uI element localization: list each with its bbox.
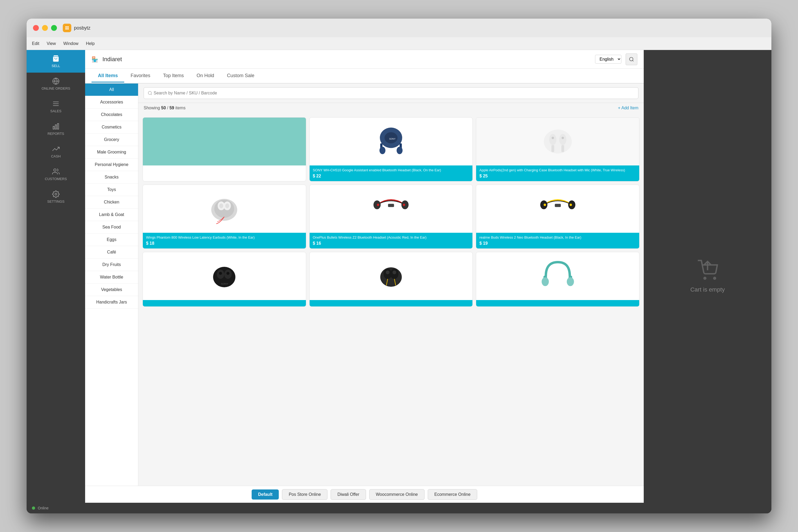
- language-select[interactable]: English: [595, 55, 621, 63]
- product-price-5: $ 19: [479, 241, 636, 246]
- category-chocolates[interactable]: Chocolates: [85, 109, 138, 121]
- product-image-6: SONY: [143, 252, 306, 300]
- product-image-5: [476, 185, 639, 233]
- main-content: SELL ONLINE ORDERS: [26, 50, 772, 503]
- product-image-4: [310, 185, 473, 233]
- category-snacks[interactable]: Snacks: [85, 171, 138, 184]
- svg-rect-41: [388, 204, 394, 207]
- product-price-3: $ 18: [146, 241, 303, 246]
- sidebar-item-cash[interactable]: CASH: [26, 140, 85, 163]
- header-search-button[interactable]: [626, 54, 637, 65]
- svg-point-29: [559, 134, 566, 145]
- product-card-4[interactable]: OnePlus Bullets Wireless Z2 Bluetooth He…: [309, 185, 473, 249]
- bottom-tab-default[interactable]: Default: [252, 490, 279, 499]
- svg-point-55: [380, 267, 402, 287]
- category-handicrafts-jars[interactable]: Handicrafts Jars: [85, 296, 138, 308]
- product-card-2[interactable]: Apple AirPods(2nd gen) with Charging Cas…: [476, 117, 640, 182]
- category-sea-food[interactable]: Sea Food: [85, 221, 138, 233]
- tab-top-items[interactable]: Top Items: [157, 70, 190, 82]
- tab-on-hold[interactable]: On Hold: [190, 70, 221, 82]
- items-area: All Accessories Chocolates Cosmetics Gro…: [85, 83, 644, 486]
- sidebar-item-reports[interactable]: REPORTS: [26, 118, 85, 140]
- search-box: [144, 87, 639, 99]
- menu-window[interactable]: Window: [63, 41, 78, 46]
- svg-point-27: [549, 134, 556, 145]
- category-vegetables[interactable]: Vegetables: [85, 284, 138, 296]
- svg-rect-28: [551, 145, 554, 152]
- minimize-button[interactable]: [42, 25, 48, 31]
- sidebar-item-sales[interactable]: SALES: [26, 95, 85, 118]
- svg-rect-10: [53, 126, 55, 129]
- sidebar: SELL ONLINE ORDERS: [26, 50, 85, 503]
- tab-custom-sale[interactable]: Custom Sale: [221, 70, 261, 82]
- category-chicken[interactable]: Chicken: [85, 196, 138, 209]
- store-name: Indiaret: [102, 56, 122, 63]
- svg-point-32: [562, 137, 564, 139]
- bottom-tab-ecommerce[interactable]: Ecommerce Online: [428, 489, 477, 500]
- product-info-2: Apple AirPods(2nd gen) with Charging Cas…: [476, 166, 639, 181]
- category-male-grooming[interactable]: Male Grooming: [85, 146, 138, 158]
- sidebar-item-online-orders[interactable]: ONLINE ORDERS: [26, 73, 85, 95]
- cart-empty-text: Cart is empty: [690, 286, 725, 293]
- product-card-0[interactable]: [142, 117, 306, 182]
- category-dry-fruits[interactable]: Dry Fruits: [85, 259, 138, 271]
- product-card-3[interactable]: Wings Phantom 800 Wireless Low Latency E…: [142, 185, 306, 249]
- svg-point-22: [380, 147, 385, 154]
- product-price-2: $ 25: [479, 174, 636, 178]
- items-count: Showing 50 / 59 items: [144, 106, 185, 110]
- svg-point-47: [544, 204, 546, 206]
- category-cosmetics[interactable]: Cosmetics: [85, 121, 138, 134]
- menu-help[interactable]: Help: [86, 41, 95, 46]
- product-card-7[interactable]: [309, 252, 473, 307]
- sidebar-label-cash: CASH: [51, 154, 61, 158]
- status-dot: [32, 507, 35, 510]
- app-name: posbytz: [74, 25, 91, 31]
- product-image-7: [310, 252, 473, 300]
- bottom-tab-diwali[interactable]: Diwali Offer: [331, 489, 366, 500]
- category-eggs[interactable]: Eggs: [85, 233, 138, 246]
- add-item-button[interactable]: + Add Item: [618, 106, 639, 110]
- product-image-2: [476, 118, 639, 166]
- search-icon: [148, 91, 152, 95]
- category-all[interactable]: All: [85, 83, 138, 96]
- app-frame: Edit View Window Help SELL: [26, 37, 772, 513]
- tab-favorites[interactable]: Favorites: [124, 70, 157, 82]
- sidebar-item-sell[interactable]: SELL: [26, 50, 85, 73]
- pos-area: 🏪 Indiaret English All Items: [85, 50, 644, 503]
- category-accessories[interactable]: Accessories: [85, 96, 138, 109]
- product-card-6[interactable]: SONY: [142, 252, 306, 307]
- product-name-1: SONY WH-CH510 Google Assistant enabled B…: [313, 168, 470, 173]
- category-cafe[interactable]: Café: [85, 246, 138, 259]
- tab-all-items[interactable]: All Items: [92, 70, 124, 82]
- product-card-1[interactable]: SONY SONY WH-CH510 Google Assistant enab…: [309, 117, 473, 182]
- svg-rect-2: [65, 28, 67, 30]
- sidebar-label-settings: SETTINGS: [47, 200, 64, 204]
- product-info-3: Wings Phantom 800 Wireless Low Latency E…: [143, 233, 306, 248]
- product-info-4: OnePlus Bullets Wireless Z2 Bluetooth He…: [310, 233, 473, 248]
- svg-point-14: [55, 193, 57, 195]
- category-personal-hygiene[interactable]: Personal Hygiene: [85, 158, 138, 171]
- maximize-button[interactable]: [51, 25, 57, 31]
- sidebar-item-settings[interactable]: SETTINGS: [26, 186, 85, 208]
- category-toys[interactable]: Toys: [85, 184, 138, 196]
- cart-empty-state: Cart is empty: [690, 260, 725, 293]
- category-sidebar: All Accessories Chocolates Cosmetics Gro…: [85, 83, 138, 486]
- bottom-tab-woocommerce[interactable]: Woocommerce Online: [369, 489, 424, 500]
- bottom-tab-pos-store[interactable]: Pos Store Online: [282, 489, 327, 500]
- status-bar: Online: [26, 503, 772, 513]
- category-water-bottle[interactable]: Water Bottle: [85, 271, 138, 284]
- search-input[interactable]: [153, 91, 634, 95]
- menu-view[interactable]: View: [47, 41, 56, 46]
- category-lamb-goat[interactable]: Lamb & Goat: [85, 209, 138, 221]
- tabs-bar: All Items Favorites Top Items On Hold Cu…: [85, 69, 644, 83]
- sidebar-item-customers[interactable]: CUSTOMERS: [26, 163, 85, 186]
- product-image-1: SONY: [310, 118, 473, 166]
- close-button[interactable]: [33, 25, 39, 31]
- svg-point-15: [630, 57, 633, 61]
- status-text: Online: [38, 506, 49, 510]
- menu-edit[interactable]: Edit: [32, 41, 39, 46]
- category-grocery[interactable]: Grocery: [85, 134, 138, 146]
- product-card-5[interactable]: realme Buds Wireless 2 Neo Bluetooth Hea…: [476, 185, 640, 249]
- products-panel: Showing 50 / 59 items + Add Item: [138, 83, 644, 486]
- product-card-8[interactable]: [476, 252, 640, 307]
